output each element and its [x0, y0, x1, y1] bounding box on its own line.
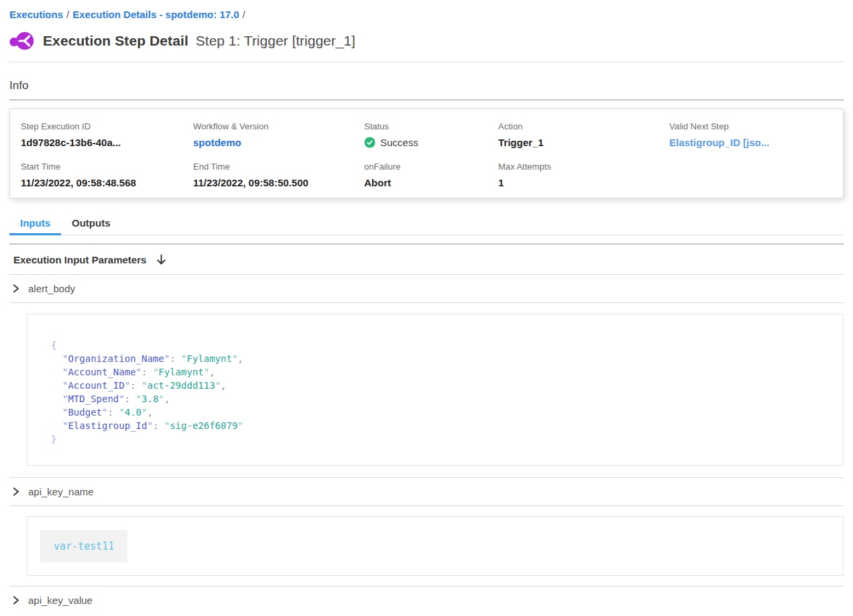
param-row-api-key-name[interactable]: api_key_name — [9, 478, 844, 505]
field-start-time: Start Time 11/23/2022, 09:58:48.568 — [21, 162, 193, 188]
code-line: "Elastigroup_Id": "sig-e26f6079" — [51, 419, 830, 432]
fylamynt-logo-icon — [9, 29, 34, 52]
workflow-link[interactable]: spotdemo — [193, 137, 364, 148]
field-value: Trigger_1 — [498, 137, 669, 148]
chevron-right-icon — [13, 487, 21, 496]
info-heading-divider — [9, 99, 844, 101]
field-label: Valid Next Step — [669, 121, 843, 131]
alert-body-json-viewer: {"Organization_Name": "Fylamynt","Accoun… — [27, 314, 844, 466]
code-line: "Account_Name": "Fylamynt", — [51, 365, 830, 379]
tab-outputs[interactable]: Outputs — [61, 212, 121, 235]
field-end-time: End Time 11/23/2022, 09:58:50.500 — [193, 162, 364, 188]
tab-inputs[interactable]: Inputs — [9, 212, 61, 235]
valid-next-step-link[interactable]: Elastigroup_ID [jso... — [669, 137, 843, 148]
api-key-name-value-chip: var-test11 — [40, 530, 127, 562]
status-text: Success — [380, 137, 418, 148]
info-section-heading: Info — [9, 79, 844, 93]
api-key-name-value-box: var-test11 — [27, 516, 844, 576]
success-check-icon — [364, 137, 376, 148]
page-title-row: Execution Step Detail Step 1: Trigger [t… — [9, 29, 844, 53]
field-label: Max Attempts — [498, 162, 669, 172]
param-name: api_key_value — [28, 595, 93, 606]
field-valid-next-step: Valid Next Step Elastigroup_ID [jso... — [669, 121, 843, 148]
field-value: 11/23/2022, 09:58:50.500 — [193, 177, 364, 188]
json-code: {"Organization_Name": "Fylamynt","Accoun… — [51, 338, 830, 446]
field-value: 11/23/2022, 09:58:48.568 — [21, 177, 193, 188]
field-status: Status Success — [364, 121, 498, 148]
execution-step-detail-page: Executions/Execution Details - spotdemo:… — [0, 0, 853, 616]
title-divider — [9, 62, 844, 62]
breadcrumb: Executions/Execution Details - spotdemo:… — [0, 0, 853, 20]
code-line: } — [51, 432, 830, 446]
field-value: 1d97828c-13b6-40a... — [21, 137, 193, 148]
field-workflow-version: Workflow & Version spotdemo — [193, 121, 364, 148]
param-divider — [9, 505, 844, 506]
page-title: Execution Step Detail — [43, 33, 188, 49]
collapse-all-arrow-down-icon[interactable] — [156, 254, 166, 265]
tab-bar: Inputs Outputs — [9, 212, 844, 235]
code-line: "Organization_Name": "Fylamynt", — [51, 352, 830, 365]
param-row-alert-body[interactable]: alert_body — [9, 275, 844, 302]
code-line: "MTD_Spend": "3.8", — [51, 392, 830, 406]
field-label: Action — [498, 121, 669, 131]
status-badge: Success — [364, 137, 498, 148]
param-name: alert_body — [28, 283, 75, 294]
field-label: Workflow & Version — [193, 121, 364, 131]
field-label: Step Execution ID — [21, 121, 193, 131]
field-value: 1 — [498, 177, 669, 188]
section-title: Execution Input Parameters — [13, 254, 146, 265]
code-line: "Budget": "4.0", — [51, 406, 830, 419]
breadcrumb-executions-link[interactable]: Executions — [9, 9, 63, 20]
param-divider — [9, 302, 844, 303]
field-label: Status — [364, 121, 498, 131]
page-subtitle: Step 1: Trigger [trigger_1] — [196, 33, 355, 49]
field-label: onFailure — [364, 162, 498, 172]
chevron-right-icon — [13, 596, 21, 605]
breadcrumb-separator: / — [63, 9, 72, 20]
code-line: { — [51, 338, 830, 352]
info-grid: Step Execution ID 1d97828c-13b6-40a... W… — [21, 121, 843, 188]
field-max-attempts: Max Attempts 1 — [498, 162, 669, 188]
field-step-execution-id: Step Execution ID 1d97828c-13b6-40a... — [21, 121, 193, 148]
field-label: End Time — [193, 162, 364, 172]
code-line: "Account_ID": "act-29ddd113", — [51, 379, 830, 392]
info-card: Step Execution ID 1d97828c-13b6-40a... W… — [9, 109, 844, 198]
field-onfailure: onFailure Abort — [364, 162, 498, 188]
param-name: api_key_name — [28, 486, 94, 497]
breadcrumb-execution-details-link[interactable]: Execution Details - spotdemo: 17.0 — [72, 9, 239, 20]
field-action: Action Trigger_1 — [498, 121, 669, 148]
execution-input-parameters-header: Execution Input Parameters — [9, 245, 844, 274]
chevron-right-icon — [13, 284, 21, 293]
breadcrumb-trailing-separator: / — [239, 9, 249, 20]
param-row-api-key-value[interactable]: api_key_value — [9, 587, 844, 614]
field-label: Start Time — [21, 162, 193, 172]
field-value: Abort — [364, 177, 498, 188]
